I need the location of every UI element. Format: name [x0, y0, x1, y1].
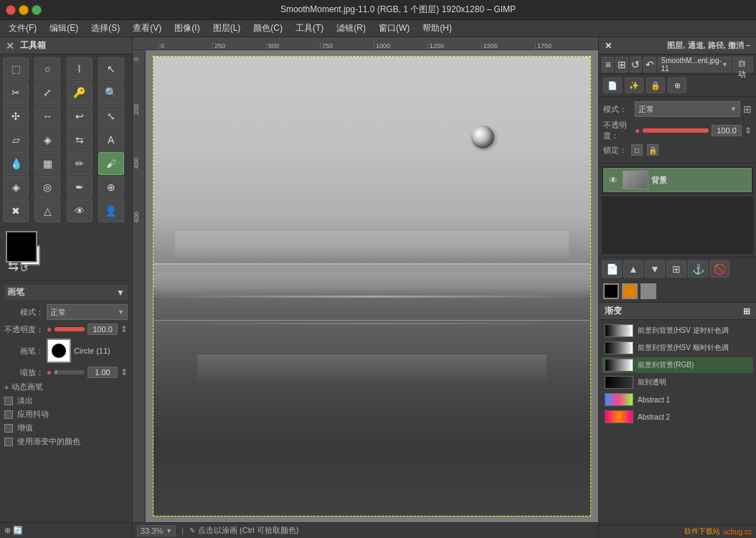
- tool-heal[interactable]: ✖: [3, 199, 29, 222]
- canvas-content[interactable]: [146, 50, 598, 522]
- gradient-item-0[interactable]: 前景到背景(HSV 逆时针色调: [602, 323, 753, 339]
- dynamic-brush-expand-icon[interactable]: +: [4, 383, 9, 392]
- delete-layer-button[interactable]: 🚫: [709, 260, 729, 278]
- tool-shear[interactable]: ▱: [3, 128, 29, 151]
- tool-ellipse-select[interactable]: ○: [34, 57, 60, 80]
- menu-help[interactable]: 帮助(H): [417, 21, 458, 36]
- layer-eye-icon[interactable]: 👁: [607, 174, 620, 187]
- lock-position-icon[interactable]: 🔒: [647, 144, 658, 156]
- gradient-item-5[interactable]: Abstract 2: [602, 409, 753, 425]
- paths-icon-btn[interactable]: ↺: [630, 57, 642, 72]
- layer-effects-icon[interactable]: ✨: [625, 77, 643, 93]
- fade-out-checkbox[interactable]: [4, 397, 13, 405]
- zoom-dropdown-icon[interactable]: ▼: [166, 527, 172, 534]
- gradient-item-2[interactable]: 前景到背景(RGB): [602, 357, 753, 373]
- layer-extra-icon[interactable]: ⊕: [668, 77, 686, 93]
- auto-button[interactable]: 自动: [733, 57, 753, 72]
- swap-colors-icon[interactable]: ⇆: [8, 258, 19, 274]
- tool-sharpen[interactable]: 👁: [67, 199, 93, 222]
- tool-scissors[interactable]: ✂: [3, 81, 29, 104]
- new-layer-type-icon[interactable]: 📄: [603, 77, 622, 93]
- tool-paths[interactable]: ⤢: [34, 81, 60, 104]
- tool-smudge[interactable]: 👤: [98, 199, 124, 222]
- right-panel-close-icon[interactable]: ✕: [605, 41, 612, 51]
- gradient-item-4[interactable]: Abstract 1: [602, 392, 753, 407]
- undo-icon-btn[interactable]: ↶: [643, 57, 656, 72]
- gradient-section-expand-icon[interactable]: ⊞: [743, 306, 750, 316]
- tool-perspective[interactable]: ◈: [34, 128, 60, 151]
- canvas-image[interactable]: [153, 57, 590, 516]
- incremental-checkbox[interactable]: [4, 424, 13, 433]
- tool-gradient[interactable]: ▦: [34, 152, 60, 175]
- tool-rect-select[interactable]: ⬚: [3, 57, 29, 80]
- menu-select[interactable]: 选择(S): [85, 21, 126, 36]
- tool-ink[interactable]: ✒: [67, 176, 93, 199]
- tool-color-picker[interactable]: 🔑: [67, 81, 93, 104]
- tool-scale[interactable]: ⤡: [98, 105, 124, 128]
- raise-layer-button[interactable]: ▲: [623, 260, 643, 278]
- tool-flip[interactable]: ⇆: [67, 128, 93, 151]
- tool-airbrush[interactable]: ◎: [34, 176, 60, 199]
- tool-blur[interactable]: △: [34, 199, 60, 222]
- jitter-checkbox[interactable]: [4, 410, 13, 419]
- minimize-button[interactable]: [19, 5, 29, 15]
- layers-icon-btn[interactable]: ≡: [602, 57, 614, 72]
- layer-opacity-slider[interactable]: ●: [635, 126, 709, 136]
- scale-slider[interactable]: ●: [47, 367, 85, 377]
- tool-fuzzy-select[interactable]: ↖: [98, 57, 124, 80]
- scale-value[interactable]: 1.00: [88, 367, 118, 378]
- brush-section-collapse-icon[interactable]: ▼: [116, 288, 125, 298]
- menu-tools[interactable]: 工具(T): [290, 21, 329, 36]
- swatch-orange[interactable]: [622, 283, 638, 299]
- tool-clone[interactable]: ⊕: [98, 176, 124, 199]
- opacity-stepper-icon[interactable]: ⇕: [121, 324, 128, 334]
- scale-stepper-icon[interactable]: ⇕: [121, 367, 128, 377]
- toolbox-status-icons[interactable]: ⊕ 🔄: [4, 526, 23, 535]
- use-gradient-checkbox[interactable]: [4, 438, 13, 446]
- toolbox-close-icon[interactable]: ✕: [6, 40, 14, 52]
- lock-pixels-icon[interactable]: □: [631, 144, 643, 156]
- tool-free-select[interactable]: ⌇: [67, 57, 93, 80]
- opacity-value[interactable]: 100.0: [88, 324, 118, 335]
- layer-mode-expand-icon[interactable]: ⊞: [743, 103, 752, 115]
- file-selector[interactable]: SmoothM...ent.jpg-11 ▼: [658, 57, 732, 72]
- zoom-indicator[interactable]: 33.3% ▼: [137, 525, 176, 537]
- tool-bucket[interactable]: 💧: [3, 152, 29, 175]
- lower-layer-button[interactable]: ▼: [645, 260, 665, 278]
- menu-color[interactable]: 颜色(C): [247, 21, 288, 36]
- reset-colors-icon[interactable]: ↺: [20, 263, 29, 274]
- mode-dropdown[interactable]: 正常 ▼: [47, 304, 128, 320]
- channels-icon-btn[interactable]: ⊞: [615, 57, 628, 72]
- tool-zoom[interactable]: 🔍: [98, 81, 124, 104]
- menu-window[interactable]: 窗口(W): [373, 21, 415, 36]
- menu-layer[interactable]: 图层(L): [207, 21, 247, 36]
- duplicate-layer-button[interactable]: ⊞: [666, 260, 686, 278]
- layer-item-background[interactable]: 👁 背景: [603, 168, 752, 192]
- menu-image[interactable]: 图像(I): [169, 21, 205, 36]
- swatch-black[interactable]: [603, 283, 619, 299]
- new-layer-button[interactable]: 📄: [602, 260, 622, 278]
- maximize-button[interactable]: [32, 5, 42, 15]
- tool-rotate[interactable]: ↩: [67, 105, 93, 128]
- window-controls[interactable]: [6, 5, 42, 15]
- layer-lock-all-icon[interactable]: 🔒: [646, 77, 665, 93]
- menu-view[interactable]: 查看(V): [127, 21, 167, 36]
- opacity-slider[interactable]: ●: [47, 324, 85, 334]
- tool-eraser[interactable]: ◈: [3, 176, 29, 199]
- layer-opacity-value[interactable]: 100.0: [712, 125, 742, 136]
- menu-filters[interactable]: 滤镜(R): [331, 21, 372, 36]
- gradient-item-3[interactable]: 前到透明: [602, 374, 753, 390]
- brush-preview[interactable]: [47, 339, 71, 363]
- menu-edit[interactable]: 编辑(E): [44, 21, 84, 36]
- layer-opacity-stepper-icon[interactable]: ⇕: [745, 126, 752, 136]
- tool-pencil[interactable]: ✏: [67, 152, 93, 175]
- scale-track[interactable]: [55, 370, 85, 374]
- layer-opacity-track[interactable]: [643, 128, 709, 133]
- opacity-track[interactable]: [55, 327, 85, 331]
- close-button[interactable]: [6, 5, 16, 15]
- tool-align[interactable]: ↔: [34, 105, 60, 128]
- tool-move[interactable]: ✣: [3, 105, 29, 128]
- gradient-item-1[interactable]: 前景到背景(HSV 顺时针色调: [602, 340, 753, 356]
- menu-file[interactable]: 文件(F): [3, 21, 42, 36]
- layer-mode-dropdown[interactable]: 正常 ▼: [635, 101, 740, 117]
